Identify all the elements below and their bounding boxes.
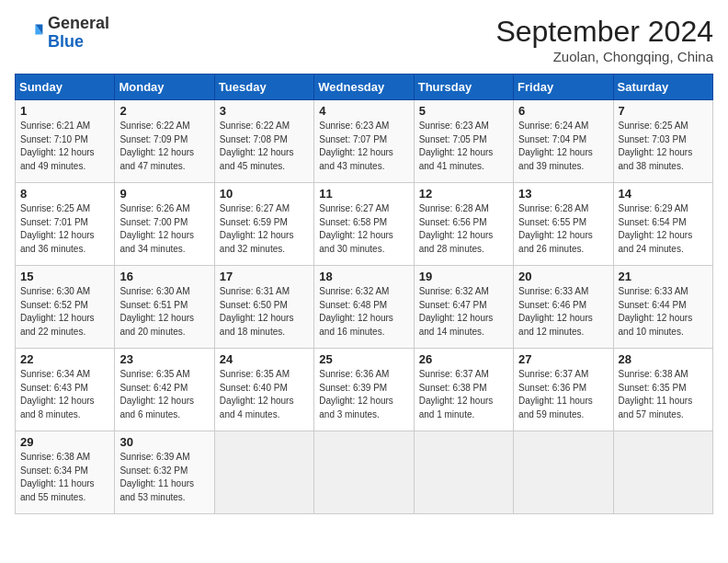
calendar-day-cell: 18Sunrise: 6:32 AMSunset: 6:48 PMDayligh…: [314, 266, 414, 349]
day-detail: Sunrise: 6:28 AMSunset: 6:56 PMDaylight:…: [419, 202, 508, 256]
weekday-header: Thursday: [414, 75, 513, 100]
calendar-table: SundayMondayTuesdayWednesdayThursdayFrid…: [15, 74, 713, 514]
title-block: September 2024 Zuolan, Chongqing, China: [495, 15, 713, 64]
calendar-day-cell: 13Sunrise: 6:28 AMSunset: 6:55 PMDayligh…: [514, 183, 613, 266]
day-detail: Sunrise: 6:25 AMSunset: 7:03 PMDaylight:…: [619, 120, 708, 173]
calendar-day-cell: 27Sunrise: 6:37 AMSunset: 6:36 PMDayligh…: [514, 349, 613, 431]
day-detail: Sunrise: 6:30 AMSunset: 6:51 PMDaylight:…: [119, 285, 209, 339]
calendar-day-cell: [414, 431, 513, 514]
day-number: 19: [419, 270, 508, 283]
calendar-week-row: 22Sunrise: 6:34 AMSunset: 6:43 PMDayligh…: [16, 349, 713, 431]
day-detail: Sunrise: 6:28 AMSunset: 6:55 PMDaylight:…: [518, 202, 608, 256]
calendar-day-cell: 25Sunrise: 6:36 AMSunset: 6:39 PMDayligh…: [314, 349, 414, 431]
day-number: 4: [319, 104, 408, 118]
calendar-day-cell: 2Sunrise: 6:22 AMSunset: 7:09 PMDaylight…: [115, 100, 214, 183]
weekday-header: Friday: [514, 75, 613, 100]
day-detail: Sunrise: 6:27 AMSunset: 6:59 PMDaylight:…: [220, 202, 309, 256]
day-detail: Sunrise: 6:36 AMSunset: 6:39 PMDaylight:…: [319, 368, 408, 421]
day-number: 30: [119, 435, 209, 449]
day-detail: Sunrise: 6:31 AMSunset: 6:50 PMDaylight:…: [220, 285, 309, 339]
calendar-day-cell: 14Sunrise: 6:29 AMSunset: 6:54 PMDayligh…: [613, 183, 712, 266]
day-detail: Sunrise: 6:37 AMSunset: 6:36 PMDaylight:…: [518, 368, 608, 421]
day-number: 29: [20, 435, 109, 449]
calendar-day-cell: 20Sunrise: 6:33 AMSunset: 6:46 PMDayligh…: [514, 266, 613, 349]
calendar-day-cell: 6Sunrise: 6:24 AMSunset: 7:04 PMDaylight…: [514, 100, 613, 183]
logo-general-text: General: [48, 14, 109, 32]
day-number: 22: [20, 352, 109, 366]
calendar-week-row: 15Sunrise: 6:30 AMSunset: 6:52 PMDayligh…: [16, 266, 713, 349]
calendar-day-cell: 22Sunrise: 6:34 AMSunset: 6:43 PMDayligh…: [16, 349, 115, 431]
day-detail: Sunrise: 6:30 AMSunset: 6:52 PMDaylight:…: [20, 285, 109, 339]
calendar-day-cell: 29Sunrise: 6:38 AMSunset: 6:34 PMDayligh…: [16, 431, 115, 514]
calendar-day-cell: 26Sunrise: 6:37 AMSunset: 6:38 PMDayligh…: [414, 349, 513, 431]
day-detail: Sunrise: 6:35 AMSunset: 6:40 PMDaylight:…: [220, 368, 309, 421]
weekday-header: Wednesday: [314, 75, 414, 100]
location: Zuolan, Chongqing, China: [495, 49, 713, 64]
day-number: 25: [319, 352, 408, 366]
calendar-day-cell: 5Sunrise: 6:23 AMSunset: 7:05 PMDaylight…: [414, 100, 513, 183]
day-detail: Sunrise: 6:21 AMSunset: 7:10 PMDaylight:…: [20, 120, 109, 173]
page-header: General Blue September 2024 Zuolan, Chon…: [15, 15, 713, 64]
day-number: 6: [518, 104, 608, 118]
day-number: 13: [518, 187, 608, 201]
calendar-day-cell: 3Sunrise: 6:22 AMSunset: 7:08 PMDaylight…: [214, 100, 313, 183]
day-number: 1: [20, 104, 109, 118]
day-detail: Sunrise: 6:38 AMSunset: 6:34 PMDaylight:…: [20, 451, 109, 504]
day-detail: Sunrise: 6:22 AMSunset: 7:09 PMDaylight:…: [119, 120, 209, 173]
day-number: 24: [220, 352, 309, 366]
day-number: 20: [518, 270, 608, 283]
calendar-day-cell: 19Sunrise: 6:32 AMSunset: 6:47 PMDayligh…: [414, 266, 513, 349]
weekday-header: Sunday: [16, 75, 115, 100]
logo-blue-text: Blue: [48, 32, 84, 51]
calendar-day-cell: [514, 431, 613, 514]
calendar-day-cell: [214, 431, 313, 514]
day-detail: Sunrise: 6:23 AMSunset: 7:07 PMDaylight:…: [319, 120, 408, 173]
calendar-day-cell: 4Sunrise: 6:23 AMSunset: 7:07 PMDaylight…: [314, 100, 414, 183]
day-number: 26: [419, 352, 508, 366]
calendar-day-cell: 8Sunrise: 6:25 AMSunset: 7:01 PMDaylight…: [16, 183, 115, 266]
calendar-day-cell: 10Sunrise: 6:27 AMSunset: 6:59 PMDayligh…: [214, 183, 313, 266]
day-number: 27: [518, 352, 608, 366]
day-number: 16: [119, 270, 209, 283]
weekday-header: Tuesday: [214, 75, 313, 100]
day-number: 28: [619, 352, 708, 366]
day-number: 3: [220, 104, 309, 118]
day-number: 18: [319, 270, 408, 283]
calendar-day-cell: 21Sunrise: 6:33 AMSunset: 6:44 PMDayligh…: [613, 266, 712, 349]
calendar-day-cell: 9Sunrise: 6:26 AMSunset: 7:00 PMDaylight…: [115, 183, 214, 266]
calendar-day-cell: [314, 431, 414, 514]
day-detail: Sunrise: 6:25 AMSunset: 7:01 PMDaylight:…: [20, 202, 109, 256]
day-number: 15: [20, 270, 109, 283]
day-detail: Sunrise: 6:39 AMSunset: 6:32 PMDaylight:…: [119, 451, 209, 504]
calendar-day-cell: 7Sunrise: 6:25 AMSunset: 7:03 PMDaylight…: [613, 100, 712, 183]
calendar-day-cell: 11Sunrise: 6:27 AMSunset: 6:58 PMDayligh…: [314, 183, 414, 266]
calendar-week-row: 1Sunrise: 6:21 AMSunset: 7:10 PMDaylight…: [16, 100, 713, 183]
calendar-header-row: SundayMondayTuesdayWednesdayThursdayFrid…: [16, 75, 713, 100]
weekday-header: Saturday: [613, 75, 712, 100]
day-number: 10: [220, 187, 309, 201]
calendar-day-cell: 1Sunrise: 6:21 AMSunset: 7:10 PMDaylight…: [16, 100, 115, 183]
calendar-day-cell: 23Sunrise: 6:35 AMSunset: 6:42 PMDayligh…: [115, 349, 214, 431]
day-number: 23: [119, 352, 209, 366]
calendar-day-cell: [613, 431, 712, 514]
calendar-day-cell: 28Sunrise: 6:38 AMSunset: 6:35 PMDayligh…: [613, 349, 712, 431]
day-detail: Sunrise: 6:37 AMSunset: 6:38 PMDaylight:…: [419, 368, 508, 421]
day-detail: Sunrise: 6:22 AMSunset: 7:08 PMDaylight:…: [220, 120, 309, 173]
day-number: 17: [220, 270, 309, 283]
day-detail: Sunrise: 6:34 AMSunset: 6:43 PMDaylight:…: [20, 368, 109, 421]
day-detail: Sunrise: 6:24 AMSunset: 7:04 PMDaylight:…: [518, 120, 608, 173]
day-number: 7: [619, 104, 708, 118]
calendar-week-row: 8Sunrise: 6:25 AMSunset: 7:01 PMDaylight…: [16, 183, 713, 266]
day-number: 11: [319, 187, 408, 201]
day-detail: Sunrise: 6:33 AMSunset: 6:46 PMDaylight:…: [518, 285, 608, 339]
logo: General Blue: [15, 15, 109, 52]
day-detail: Sunrise: 6:32 AMSunset: 6:47 PMDaylight:…: [419, 285, 508, 339]
day-detail: Sunrise: 6:23 AMSunset: 7:05 PMDaylight:…: [419, 120, 508, 173]
calendar-day-cell: 24Sunrise: 6:35 AMSunset: 6:40 PMDayligh…: [214, 349, 313, 431]
logo-icon: [15, 18, 44, 48]
calendar-day-cell: 30Sunrise: 6:39 AMSunset: 6:32 PMDayligh…: [115, 431, 214, 514]
weekday-header: Monday: [115, 75, 214, 100]
calendar-day-cell: 16Sunrise: 6:30 AMSunset: 6:51 PMDayligh…: [115, 266, 214, 349]
day-number: 14: [619, 187, 708, 201]
day-detail: Sunrise: 6:32 AMSunset: 6:48 PMDaylight:…: [319, 285, 408, 339]
